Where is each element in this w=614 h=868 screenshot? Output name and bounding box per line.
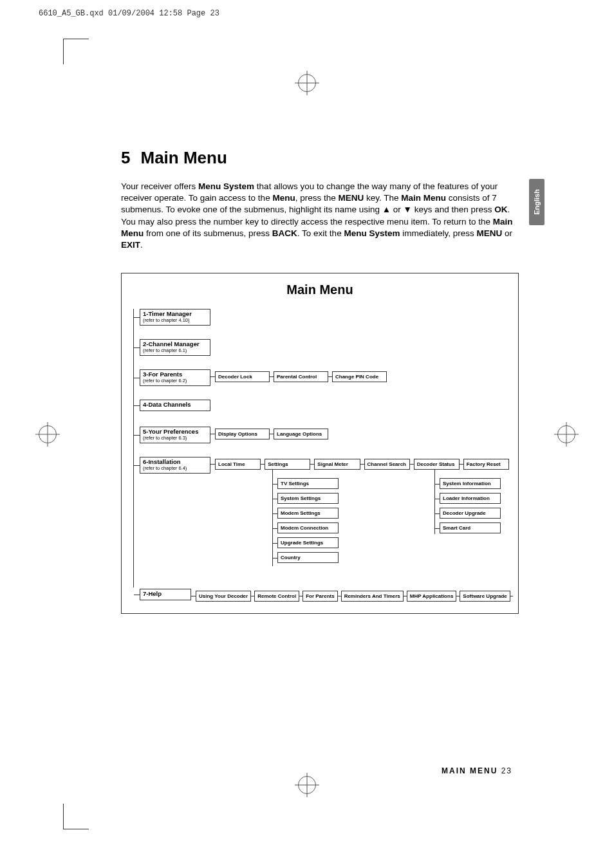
installation-children: Local Time Settings Signal Meter Channel…: [215, 459, 509, 470]
menu-box: Modem Connection: [277, 522, 339, 533]
prepress-header: 6610_A5_GB.qxd 01/09/2004 12:58 Page 23: [39, 9, 219, 18]
content-area: 5Main Menu Your receiver offers Menu Sys…: [121, 148, 519, 614]
language-tab: English: [529, 179, 544, 225]
decoder-status-subitems: System Information Loader Information De…: [440, 478, 501, 537]
menu-box: Signal Meter: [314, 459, 360, 470]
menu-box: MHP Applications: [407, 591, 457, 602]
connector: [272, 470, 273, 566]
section-number: 5: [121, 148, 130, 167]
menu-box: Parental Control: [274, 371, 328, 382]
section-title: Main Menu: [140, 148, 227, 167]
page-area: English 5Main Menu Your receiver offers …: [63, 39, 551, 829]
menu-box: System Settings: [277, 493, 339, 504]
menu-box: Decoder Status: [414, 459, 460, 470]
menu-box: Settings: [265, 459, 310, 470]
menu-item-help: 7-Help: [140, 589, 191, 600]
menu-box: Language Options: [274, 429, 328, 439]
menu-item-data-channels: 4-Data Channels: [140, 400, 210, 411]
menu-box: Loader Information: [440, 493, 501, 504]
menu-box: Change PIN Code: [332, 371, 387, 382]
menu-item-channel-manager: 2-Channel Manager(refer to chapter 6.1): [140, 339, 210, 356]
diagram-title: Main Menu: [131, 282, 509, 297]
menu-box: TV Settings: [277, 478, 339, 489]
page-footer: MAIN MENU 23: [442, 766, 512, 775]
section-heading: 5Main Menu: [121, 148, 519, 168]
menu-box: Upgrade Settings: [277, 537, 339, 548]
menu-box: Local Time: [215, 459, 261, 470]
intro-paragraph: Your receiver offers Menu System that al…: [121, 181, 519, 251]
menu-item-installation: 6-Installation(refer to chapter 6.4): [140, 457, 210, 474]
help-children: Using Your Decoder Remote Control For Pa…: [196, 591, 509, 602]
menu-box: Smart Card: [440, 522, 501, 533]
menu-box: System Information: [440, 478, 501, 489]
menu-item-your-preferences: 5-Your Preferences(refer to chapter 6.3): [140, 427, 210, 443]
menu-box: Display Options: [215, 429, 270, 439]
menu-box: Software Upgrade: [460, 591, 510, 602]
menu-diagram: Main Menu 1-Timer Manager(refer to chapt…: [121, 273, 519, 614]
menu-box: Using Your Decoder: [196, 591, 251, 602]
preferences-children: Display Options Language Options: [215, 429, 509, 439]
menu-box: Decoder Lock: [215, 371, 270, 382]
menu-item-timer-manager: 1-Timer Manager(refer to chapter 4.10): [140, 309, 210, 326]
settings-subitems: TV Settings System Settings Modem Settin…: [277, 478, 339, 567]
for-parents-children: Decoder Lock Parental Control Change PIN…: [215, 371, 509, 382]
tree-trunk: [133, 309, 134, 587]
registration-mark: [39, 425, 57, 443]
registration-mark: [557, 425, 575, 443]
menu-box: Reminders And Timers: [341, 591, 404, 602]
menu-box: Factory Reset: [463, 459, 509, 470]
menu-box: Remote Control: [254, 591, 299, 602]
menu-item-for-parents: 3-For Parents(refer to chapter 6.2): [140, 369, 210, 386]
connector: [434, 470, 435, 534]
menu-box: For Parents: [302, 591, 337, 602]
menu-box: Decoder Upgrade: [440, 508, 501, 519]
menu-box: Channel Search: [364, 459, 410, 470]
menu-box: Country: [277, 552, 339, 563]
menu-box: Modem Settings: [277, 508, 339, 519]
